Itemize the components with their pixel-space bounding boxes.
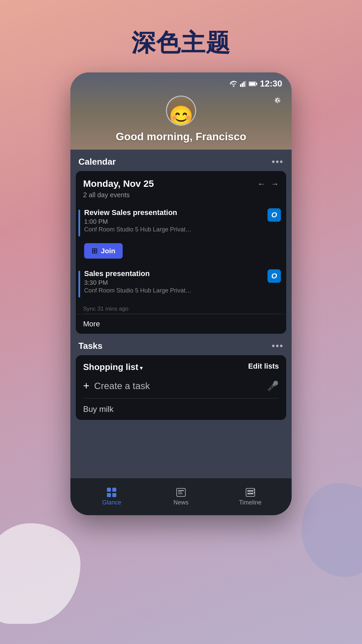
- list-selector[interactable]: Shopping list ▾: [83, 362, 143, 372]
- join-section: ⊞ Join: [76, 242, 286, 264]
- phone-frame: 12:30 Good morning, Francisco Calendar •…: [70, 72, 292, 515]
- bottom-nav: Glance News Timeline: [70, 478, 292, 515]
- status-bar: 12:30: [70, 72, 292, 89]
- nav-item-glance[interactable]: Glance: [77, 488, 146, 506]
- outlook-icon-2: O: [267, 269, 281, 283]
- tasks-card: Shopping list ▾ Edit lists + Create a ta…: [76, 355, 286, 420]
- nav-item-timeline[interactable]: Timeline: [216, 488, 285, 506]
- shopping-list-label: Shopping list: [83, 362, 138, 372]
- tasks-more-button[interactable]: •••: [272, 340, 284, 351]
- page-title: 深色主题: [131, 27, 231, 59]
- svg-rect-0: [240, 84, 241, 87]
- calendar-more-button[interactable]: •••: [272, 156, 284, 167]
- all-day-text: 2 all day events: [76, 191, 286, 203]
- svg-rect-5: [256, 83, 257, 85]
- tasks-section-header: Tasks •••: [70, 334, 292, 355]
- svg-rect-12: [247, 490, 253, 492]
- svg-rect-2: [243, 82, 245, 87]
- buy-milk-text: Buy milk: [83, 405, 114, 414]
- event-time-1: 1:00 PM: [84, 218, 263, 225]
- svg-rect-8: [178, 490, 184, 491]
- calendar-more-label: More: [83, 320, 100, 328]
- calendar-card: Monday, Nov 25 ← → 2 all day events Revi…: [76, 171, 286, 334]
- phone-content: Calendar ••• Monday, Nov 25 ← → 2 all da…: [70, 150, 292, 478]
- edit-lists-button[interactable]: Edit lists: [248, 362, 279, 371]
- create-task-row[interactable]: + Create a task 🎤: [76, 372, 286, 398]
- mic-icon[interactable]: 🎤: [267, 380, 279, 391]
- teams-icon: ⊞: [92, 247, 98, 255]
- signal-icon: [240, 81, 246, 87]
- event-location-2: Conf Room Studio 5 Hub Large Privat…: [84, 287, 263, 294]
- news-icon: [176, 488, 186, 497]
- event-details-1: Review Sales presentation 1:00 PM Conf R…: [84, 208, 263, 233]
- calendar-title: Calendar: [78, 157, 116, 167]
- svg-rect-15: [254, 492, 255, 493]
- svg-rect-3: [245, 81, 246, 87]
- news-label: News: [174, 499, 189, 506]
- svg-rect-11: [246, 488, 255, 496]
- calendar-more-row[interactable]: More: [76, 314, 286, 334]
- greeting-text: Good morning, Francisco: [116, 130, 246, 143]
- event-bar-1: [78, 210, 80, 236]
- dropdown-arrow-icon: ▾: [140, 365, 143, 371]
- tasks-title: Tasks: [78, 341, 103, 351]
- join-button[interactable]: ⊞ Join: [84, 243, 123, 259]
- svg-rect-6: [249, 82, 255, 85]
- svg-rect-1: [242, 83, 243, 87]
- timeline-icon: [245, 488, 255, 497]
- tasks-top-row: Shopping list ▾ Edit lists: [76, 355, 286, 372]
- battery-icon: [249, 82, 257, 86]
- calendar-nav: ← →: [257, 179, 279, 189]
- wifi-icon: [230, 81, 237, 87]
- calendar-prev-button[interactable]: ←: [257, 179, 265, 189]
- event-details-2: Sales presentation 3:30 PM Conf Room Stu…: [84, 269, 263, 294]
- event-item-1[interactable]: Review Sales presentation 1:00 PM Conf R…: [76, 203, 286, 242]
- svg-rect-14: [254, 489, 255, 490]
- status-icons: 12:30: [230, 78, 283, 89]
- glance-label: Glance: [102, 499, 121, 506]
- sync-text: Sync 31 mins ago: [76, 303, 286, 314]
- svg-rect-13: [247, 493, 253, 494]
- buy-milk-item[interactable]: Buy milk: [76, 398, 286, 420]
- calendar-date: Monday, Nov 25: [83, 178, 154, 189]
- nav-item-news[interactable]: News: [146, 488, 216, 506]
- calendar-date-row: Monday, Nov 25 ← →: [76, 171, 286, 191]
- profile-section: Good morning, Francisco: [70, 89, 292, 143]
- event-location-1: Conf Room Studio 5 Hub Large Privat…: [84, 226, 263, 233]
- svg-rect-10: [178, 493, 183, 494]
- decorative-blob-right: [302, 483, 362, 577]
- svg-rect-9: [178, 492, 182, 492]
- glance-icon: [107, 488, 116, 497]
- event-time-2: 3:30 PM: [84, 279, 263, 286]
- timeline-label: Timeline: [239, 499, 261, 506]
- event-title-2: Sales presentation: [84, 269, 263, 278]
- event-bar-2: [78, 271, 80, 298]
- event-item-2[interactable]: Sales presentation 3:30 PM Conf Room Stu…: [76, 264, 286, 303]
- status-time: 12:30: [260, 78, 283, 89]
- avatar[interactable]: [166, 96, 196, 126]
- join-label: Join: [101, 247, 115, 255]
- create-task-input[interactable]: Create a task: [94, 381, 262, 391]
- calendar-next-button[interactable]: →: [271, 179, 279, 189]
- decorative-blob-left: [0, 523, 80, 624]
- event-title-1: Review Sales presentation: [84, 208, 263, 217]
- outlook-icon-1: O: [267, 208, 281, 222]
- plus-icon: +: [83, 380, 89, 392]
- calendar-section-header: Calendar •••: [70, 150, 292, 171]
